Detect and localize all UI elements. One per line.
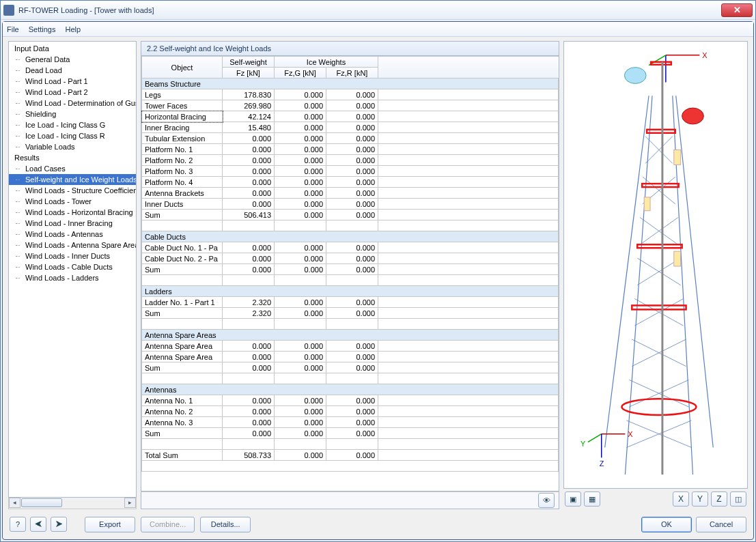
table-row[interactable]: Sum506.4130.0000.000 (142, 210, 559, 220)
svg-point-31 (682, 108, 704, 124)
svg-point-30 (624, 68, 646, 84)
group-header: Cable Ducts (142, 231, 559, 242)
tree-item[interactable]: Wind Loads - Horizontal Bracing (9, 207, 136, 218)
tree-item[interactable]: Ice Load - Icing Class G (9, 119, 136, 130)
svg-rect-28 (651, 62, 671, 65)
menu-help[interactable]: Help (65, 25, 81, 33)
app-window: RF-TOWER Loading - [Tower with loads] ✕ … (0, 0, 756, 542)
tree-item[interactable]: Ice Load - Icing Class R (9, 130, 136, 141)
table-row[interactable]: Cable Duct No. 2 - Pa0.0000.0000.000 (142, 253, 559, 264)
scroll-right-arrow[interactable]: ▸ (124, 498, 136, 508)
table-row[interactable]: Antenna No. 20.0000.0000.000 (142, 406, 559, 417)
tree-item[interactable]: Dead Load (9, 65, 136, 76)
export-button[interactable]: Export (85, 517, 135, 532)
tree-item[interactable]: Variable Loads (9, 141, 136, 152)
group-header: Antenna Spare Areas (142, 330, 559, 341)
tree-results-header[interactable]: Results (9, 152, 136, 163)
view-iso-button[interactable]: ◫ (730, 491, 746, 507)
svg-rect-27 (647, 130, 675, 133)
menu-settings[interactable]: Settings (29, 25, 56, 33)
view-z-button[interactable]: Z (711, 491, 727, 507)
table-row[interactable]: Horizontal Bracing42.1240.0000.000 (142, 111, 559, 122)
tree-item[interactable]: Wind Loads - Tower (9, 196, 136, 207)
table-row[interactable]: Inner Bracing15.4800.0000.000 (142, 122, 559, 133)
table-row[interactable]: Cable Duct No. 1 - Pa0.0000.0000.000 (142, 242, 559, 253)
table-row[interactable]: Sum2.3200.0000.000 (142, 308, 559, 319)
arrow-left-icon: ⮜ (35, 520, 42, 528)
tree-item[interactable]: Wind Load - Determination of Gust (9, 98, 136, 109)
view-y-button[interactable]: Y (692, 491, 708, 507)
menu-file[interactable]: File (7, 25, 19, 33)
svg-point-23 (621, 399, 696, 415)
tree-item[interactable]: Load Cases (9, 163, 136, 174)
svg-line-6 (676, 96, 714, 447)
arrow-right-icon: ⮞ (55, 520, 63, 528)
eye-icon: 👁 (543, 496, 550, 504)
tree-item[interactable]: Wind Load - Part 2 (9, 87, 136, 98)
results-table[interactable]: Object Self-weight Ice Weights Fz [kN] F… (141, 56, 559, 491)
tree-item[interactable]: Wind Loads - Antenna Spare Areas (9, 240, 136, 251)
tree-item[interactable]: Wind Load - Part 1 (9, 76, 136, 87)
table-row[interactable]: Antenna Brackets0.0000.0000.000 (142, 188, 559, 199)
viewer-btn-2[interactable]: ▦ (584, 491, 600, 507)
table-row[interactable]: Platform No. 30.0000.0000.000 (142, 166, 559, 177)
view-toggle-button[interactable]: 👁 (538, 493, 555, 508)
view-x-button[interactable]: X (673, 491, 689, 507)
table-row[interactable]: Total Sum508.7330.0000.000 (142, 450, 559, 461)
prev-button[interactable]: ⮜ (30, 517, 46, 532)
tree-item[interactable]: Wind Loads - Inner Ducts (9, 251, 136, 261)
table-row[interactable]: Platform No. 40.0000.0000.000 (142, 177, 559, 188)
tree-h-scrollbar[interactable]: ◂ ▸ (8, 498, 137, 509)
table-row[interactable]: Platform No. 20.0000.0000.000 (142, 155, 559, 166)
colgrp-self: Self-weight (223, 57, 275, 68)
axis-y-label: Y (580, 440, 586, 448)
svg-rect-34 (674, 251, 681, 266)
cancel-button[interactable]: Cancel (696, 517, 746, 532)
navigation-tree[interactable]: Input Data General DataDead LoadWind Loa… (8, 41, 137, 498)
section-title: 2.2 Self-weight and Ice Weight Loads (141, 41, 559, 56)
tree-input-header[interactable]: Input Data (9, 43, 136, 54)
tree-item[interactable]: General Data (9, 54, 136, 65)
close-button[interactable]: ✕ (721, 3, 753, 17)
axis-z-label: Z (600, 459, 604, 468)
cube2-icon: ▦ (589, 495, 596, 504)
svg-rect-32 (674, 150, 681, 165)
table-row[interactable]: Sum0.0000.0000.000 (142, 362, 559, 373)
table-row[interactable]: Sum0.0000.0000.000 (142, 428, 559, 439)
next-button[interactable]: ⮞ (51, 517, 67, 532)
help-button[interactable]: ? (10, 517, 26, 532)
details-button[interactable]: Details... (200, 517, 251, 532)
table-row[interactable]: Legs178.8300.0000.000 (142, 89, 559, 100)
svg-rect-26 (642, 184, 679, 187)
tree-item[interactable]: Shielding (9, 109, 136, 119)
table-row[interactable]: Antenna Spare Area0.0000.0000.000 (142, 341, 559, 352)
scroll-thumb[interactable] (21, 498, 62, 507)
col-fz: Fz [kN] (223, 68, 275, 79)
tree-item[interactable]: Wind Loads - Antennas (9, 229, 136, 240)
table-row[interactable]: Inner Ducts0.0000.0000.000 (142, 199, 559, 210)
col-fzr: Fz,R [kN] (326, 68, 378, 79)
model-viewer[interactable]: X (563, 41, 748, 489)
table-row[interactable]: Sum0.0000.0000.000 (142, 264, 559, 275)
colgrp-ice: Ice Weights (275, 57, 378, 68)
table-row[interactable]: Antenna No. 10.0000.0000.000 (142, 395, 559, 406)
viewer-btn-1[interactable]: ▣ (565, 491, 581, 507)
tree-item[interactable]: Wind Loads - Structure Coefficients (9, 185, 136, 196)
scroll-left-arrow[interactable]: ◂ (9, 498, 20, 508)
table-row[interactable]: Antenna No. 30.0000.0000.000 (142, 417, 559, 428)
tree-item[interactable]: Self-weight and Ice Weight Loads (9, 174, 136, 185)
table-row[interactable]: Tubular Extension0.0000.0000.000 (142, 133, 559, 144)
tree-item[interactable]: Wind Loads - Ladders (9, 272, 136, 283)
table-row[interactable]: Ladder No. 1 - Part 12.3200.0000.000 (142, 297, 559, 308)
table-row[interactable]: Antenna Spare Area0.0000.0000.000 (142, 352, 559, 362)
window-title: RF-TOWER Loading - [Tower with loads] (18, 6, 154, 14)
tree-item[interactable]: Wind Loads - Cable Ducts (9, 261, 136, 272)
tree-item[interactable]: Wind Load - Inner Bracing (9, 218, 136, 229)
ok-button[interactable]: OK (641, 517, 692, 532)
table-row[interactable]: Platform No. 10.0000.0000.000 (142, 144, 559, 155)
group-header: Ladders (142, 286, 559, 297)
svg-line-37 (588, 434, 602, 442)
svg-rect-24 (632, 305, 686, 309)
table-row[interactable]: Tower Faces269.9800.0000.000 (142, 100, 559, 111)
group-header: Antennas (142, 384, 559, 395)
